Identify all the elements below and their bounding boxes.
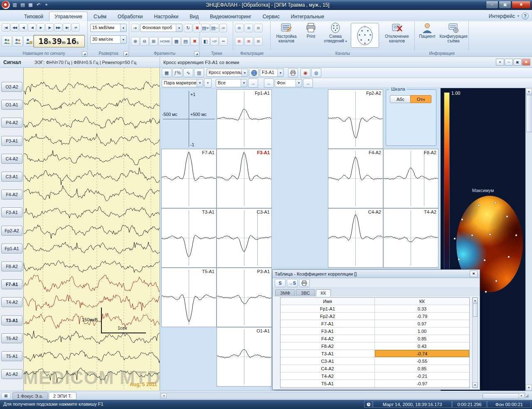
table-window-titlebar[interactable]: Таблица - Коэффициент корреляции [] ✖ xyxy=(273,270,480,278)
corr-plot-C4-A2[interactable]: C4-A2 xyxy=(328,208,383,268)
globe-map-icon[interactable]: ◍ xyxy=(311,68,321,77)
curve-view-icon[interactable]: ∿ xyxy=(183,68,193,77)
scroll-right-icon[interactable]: ▸ xyxy=(519,393,525,398)
ribbon-tab-Настройки[interactable]: Настройки xyxy=(148,12,184,21)
corr-plot-T4-A2[interactable]: T4-A2 xyxy=(383,208,438,268)
scrollbar-thumb[interactable] xyxy=(526,95,532,132)
table-row-T3-A1[interactable]: T3-A1-0.74 xyxy=(281,350,469,357)
patient-walk-icon[interactable] xyxy=(12,36,23,47)
patient-button[interactable]: Пациент xyxy=(416,22,438,39)
chevron-down-icon[interactable]: ▼ xyxy=(277,69,283,76)
table-tab-ЗМФ[interactable]: ЗМФ xyxy=(275,289,295,296)
print-button[interactable] xyxy=(288,68,298,77)
patient-marker-icon[interactable] xyxy=(23,36,34,47)
table-row-C3-A1[interactable]: C3-A1-0.55 xyxy=(281,357,469,365)
skip-to-start-button[interactable]: |◀ xyxy=(2,23,10,32)
speed-select[interactable]: 30 мм/сек▼ xyxy=(90,35,127,44)
invert-track-icon[interactable]: ◧ xyxy=(201,37,210,46)
device-icon[interactable]: ⌖ xyxy=(43,1,50,8)
channel-button-F3-A1[interactable]: F3-A1 xyxy=(1,207,22,217)
close-icon[interactable]: ✖ xyxy=(522,59,530,66)
dialog-launcher-icon[interactable]: ◢ xyxy=(194,51,200,57)
maximize-button[interactable]: ▣ xyxy=(499,1,511,9)
channel-button-T6-A2[interactable]: T6-A2 xyxy=(1,333,22,343)
table-row-Fp2-A2[interactable]: Fp2-A2-0.79 xyxy=(281,313,469,320)
scroll-down-icon[interactable]: ▼ xyxy=(526,384,532,391)
scrollbar-thumb[interactable] xyxy=(483,393,519,399)
correlation-window-header[interactable]: Кросс корреляция F3-A1 со всеми ▾─▣✖ xyxy=(160,57,532,68)
table-row-Fp1-A1[interactable]: Fp1-A10.33 xyxy=(281,305,469,313)
ribbon-tab-Вид[interactable]: Вид xyxy=(184,12,204,21)
channel-button-A1-A2[interactable]: A1-A2 xyxy=(1,369,22,379)
undo-icon[interactable]: ↶ xyxy=(35,1,42,8)
loop-mode-button[interactable]: ⇄ xyxy=(71,23,80,32)
fast-forward-button[interactable]: ▶▶ xyxy=(54,23,62,32)
table-row-P3-A1[interactable]: P3-A1-0.26 xyxy=(281,387,469,388)
print-button[interactable] xyxy=(299,279,310,287)
apply-forward-button[interactable]: → xyxy=(248,79,258,88)
table-view-icon[interactable]: ▦ xyxy=(162,68,172,77)
fragment-go-icon[interactable]: ➔ xyxy=(131,24,139,32)
corr-plot-O1-A1[interactable]: O1-A1 xyxy=(217,327,272,387)
minimize-icon[interactable]: ─ xyxy=(505,59,513,66)
corr-plot-Fp1-A1[interactable]: Fp1-A1 xyxy=(217,89,272,149)
vertical-scrollbar[interactable]: ▲ ▼ xyxy=(525,88,532,391)
track-style-icon[interactable]: ╍ xyxy=(219,37,228,46)
montage-scheme-button[interactable]: Схема отведений ▾ xyxy=(321,22,350,44)
table-row-C4-A2[interactable]: C4-A20.85 xyxy=(281,365,469,372)
table-tab-КК[interactable]: КК xyxy=(316,289,331,296)
patient-pair-icon[interactable] xyxy=(2,36,12,47)
table-tab-ЗВС[interactable]: ЗВС xyxy=(296,289,315,296)
fragment-type-select[interactable]: Фон▼ xyxy=(275,79,302,87)
corr-plot-P3-A1[interactable]: P3-A1 xyxy=(217,268,272,327)
marker-extra-dropdown[interactable]: ▾ xyxy=(204,79,212,88)
marker-mode-select[interactable]: Пара маркеров▼ xyxy=(162,79,203,87)
play-button[interactable]: ▶ xyxy=(37,23,45,32)
channel-button-Fp1-A1[interactable]: Fp1-A1 xyxy=(1,244,22,254)
corr-plot-F8-A2[interactable]: F8-A2 xyxy=(383,149,438,208)
fit-grid-icon[interactable]: ⊞ xyxy=(149,37,158,46)
ribbon-tab-Интегральные[interactable]: Интегральные xyxy=(286,12,330,21)
close-icon[interactable]: ✖ xyxy=(470,271,478,277)
channel-button-T3-A1[interactable]: T3-A1 xyxy=(1,315,22,325)
column-header-kk[interactable]: КК xyxy=(375,298,469,305)
table-row-F4-A2[interactable]: F4-A20.85 xyxy=(281,335,469,342)
value-view-icon[interactable]: ƒ% xyxy=(172,68,182,77)
table-row-F7-A1[interactable]: F7-A10.97 xyxy=(281,320,469,328)
table-row-F8-A2[interactable]: F8-A20.43 xyxy=(281,342,469,350)
filter-custom-icon[interactable]: ≋ xyxy=(254,37,263,46)
play-back-button[interactable]: ◀ xyxy=(28,23,36,32)
zoom-in-icon[interactable]: ⊕ xyxy=(131,37,140,46)
channel-button-T5-A1[interactable]: T5-A1 xyxy=(1,351,22,361)
app-logo-icon[interactable] xyxy=(2,1,10,9)
reference-channel-select[interactable]: F3-A1▼ xyxy=(260,69,284,77)
help-button[interactable]: ? xyxy=(522,12,529,20)
channel-button-Fp2-A2[interactable]: Fp2-A2 xyxy=(1,226,22,236)
table-row-T5-A1[interactable]: T5-A1-0.97 xyxy=(281,380,469,387)
ribbon-tab-Съём[interactable]: Съём xyxy=(88,12,112,21)
export-icon[interactable]: ▤ xyxy=(19,1,26,8)
view-tab-1[interactable]: 1 Фокус Э.а. xyxy=(12,392,48,400)
channel-button-P3-A1[interactable]: P3-A1 xyxy=(1,136,22,146)
chevron-down-icon[interactable]: ▼ xyxy=(296,79,302,87)
channel-button-T4-A2[interactable]: T4-A2 xyxy=(1,297,22,307)
channel-button-O2-A2[interactable]: O2-A2 xyxy=(1,82,22,92)
channel-button-F4-A2[interactable]: F4-A2 xyxy=(1,190,22,200)
channel-button-C3-A1[interactable]: C3-A1 xyxy=(1,172,22,182)
stat-s-button[interactable]: S xyxy=(275,279,286,287)
scale-abs-button[interactable]: Абс xyxy=(390,95,411,103)
delete-fragment-icon[interactable]: ✖ xyxy=(190,37,199,46)
channel-button-F8-A2[interactable]: F8-A2 xyxy=(1,261,22,271)
chevron-down-icon[interactable]: ▼ xyxy=(241,69,248,76)
corr-plot-F7-A1[interactable]: F7-A1 xyxy=(161,149,217,208)
correlation-table-window[interactable]: Таблица - Коэффициент корреляции [] ✖ S→… xyxy=(272,269,480,390)
collapse-icon[interactable]: ▾ xyxy=(496,59,504,66)
dialog-launcher-icon[interactable]: ◢ xyxy=(82,51,87,57)
table-vertical-scrollbar[interactable]: ▲ ▼ xyxy=(472,297,478,388)
corr-plot-T3-A1[interactable]: T3-A1 xyxy=(161,208,217,268)
filter-red-icon[interactable]: ≋ xyxy=(244,37,253,46)
tab-list-button[interactable]: ▦ xyxy=(1,392,10,399)
channel-button-C4-A2[interactable]: C4-A2 xyxy=(1,154,22,164)
corr-plot-Fp2-A2[interactable]: Fp2-A2 xyxy=(328,89,383,149)
method-select[interactable]: Кросс корреляц▼ xyxy=(207,69,248,77)
